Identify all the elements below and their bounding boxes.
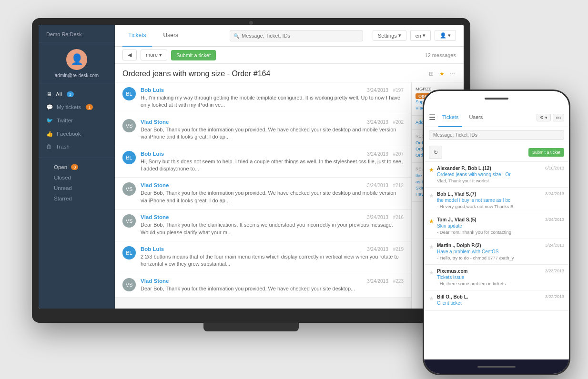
sidebar-item-facebook[interactable]: 👍 Facebook bbox=[39, 127, 115, 140]
message-avatar: BL bbox=[122, 151, 136, 164]
filter-closed[interactable]: Closed bbox=[46, 172, 107, 183]
phone-list-item[interactable]: ★ Bill O., Bob L. Client ticket 3/22/201… bbox=[424, 290, 569, 311]
sidebar: Demo Re:Desk 👤 admin@re-desk.com 🖥 All 3 bbox=[39, 25, 115, 309]
phone-ticket-body: Pixemus.com Tickets issue - Hi, there so… bbox=[437, 269, 542, 286]
phone-screen: ☰ Tickets Users ⚙ ▾ en ↻ Submit a ticket bbox=[424, 91, 569, 374]
phone-star-icon[interactable]: ★ bbox=[429, 295, 434, 302]
phone-lang-button[interactable]: en bbox=[553, 114, 564, 121]
phone-star-icon[interactable]: ★ bbox=[429, 218, 434, 225]
phone-submit-button[interactable]: Submit a ticket bbox=[528, 148, 564, 157]
message-meta: 3/24/2013 #223 bbox=[367, 279, 404, 284]
message-header: Vlad Stone 3/24/2013 #212 bbox=[141, 182, 404, 188]
message-avatar: VS bbox=[122, 119, 136, 132]
phone-list-item[interactable]: ★ Bob L., Vlad S.(7) the model i buy is … bbox=[424, 188, 569, 213]
phone-ticket-preview: - Hello, try to do - chmod 0777 /path_y bbox=[437, 255, 542, 260]
filter-starred[interactable]: Starred bbox=[46, 193, 107, 204]
twitter-icon: 🐦 bbox=[46, 117, 53, 124]
message-author: Bob Luis bbox=[141, 151, 164, 157]
phone-ticket-subject: Client ticket bbox=[437, 300, 542, 306]
phone-menu-icon[interactable]: ☰ bbox=[429, 113, 436, 122]
message-meta: 3/24/2013 #219 bbox=[367, 247, 404, 252]
phone-star-icon[interactable]: ★ bbox=[429, 244, 434, 250]
user-button[interactable]: 👤 ▾ bbox=[435, 30, 456, 41]
chevron-icon: ▾ bbox=[423, 32, 426, 39]
ticket-star-icon[interactable]: ★ bbox=[438, 70, 446, 78]
phone-list-item[interactable]: ★ Martin ., Dolph P.(2) Have a problem w… bbox=[424, 239, 569, 265]
phone-list-item[interactable]: ★ Tom J., Vlad S.(5) Skin update - Dear … bbox=[424, 213, 569, 239]
facebook-icon: 👍 bbox=[46, 130, 53, 137]
laptop-camera bbox=[249, 21, 253, 25]
messages-count: 12 messages bbox=[425, 52, 456, 58]
phone-ticket-date: 3/22/2013 bbox=[545, 294, 564, 299]
phone-ticket-from: Alexander P., Bob L.(12) bbox=[437, 166, 542, 171]
message-date: 3/24/2013 bbox=[367, 183, 388, 188]
phone-star-icon[interactable]: ★ bbox=[429, 269, 434, 276]
lang-button[interactable]: en ▾ bbox=[410, 30, 431, 41]
phone-gear-button[interactable]: ⚙ ▾ bbox=[537, 114, 551, 121]
phone-tab-tickets[interactable]: Tickets bbox=[438, 108, 462, 127]
message-meta: 3/24/2013 #197 bbox=[367, 88, 404, 93]
message-item: VS Vlad Stone 3/24/2013 #223 Dear Bob, T… bbox=[115, 273, 411, 298]
phone-ticket-from: Bill O., Bob L. bbox=[437, 294, 542, 299]
phone-controls: ⚙ ▾ en bbox=[537, 114, 564, 121]
message-id: #197 bbox=[393, 88, 404, 93]
settings-button[interactable]: Settings ▾ bbox=[373, 30, 406, 41]
message-body: Bob Luis 3/24/2013 #207 Hi, Sorry but th… bbox=[141, 151, 404, 173]
back-button[interactable]: ◀ bbox=[122, 50, 137, 60]
message-item: BL Bob Luis 3/24/2013 #219 2 2/3 buttons… bbox=[115, 241, 411, 273]
message-author: Vlad Stone bbox=[141, 214, 169, 220]
phone-speaker bbox=[485, 98, 508, 100]
message-header: Bob Luis 3/24/2013 #207 bbox=[141, 151, 404, 157]
message-avatar: VS bbox=[122, 278, 136, 291]
message-author: Bob Luis bbox=[141, 87, 164, 93]
tab-tickets[interactable]: Tickets bbox=[122, 25, 152, 47]
ticket-toolbar: ◀ more ▾ Submit a ticket 12 messages bbox=[115, 47, 464, 64]
message-meta: 3/24/2013 #202 bbox=[367, 120, 404, 125]
phone-star-icon[interactable]: ★ bbox=[429, 167, 434, 173]
phone-search-input[interactable] bbox=[429, 130, 564, 140]
chat-icon: 💬 bbox=[46, 104, 53, 110]
message-date: 3/24/2013 bbox=[367, 279, 388, 284]
message-text: Dear Bob, Thank you for the information … bbox=[141, 285, 404, 292]
phone-list-item[interactable]: ★ Alexander P., Bob L.(12) Ordered jeans… bbox=[424, 162, 569, 188]
phone-ticket-from: Bob L., Vlad S.(7) bbox=[437, 191, 542, 197]
search-input[interactable] bbox=[230, 30, 363, 41]
phone-ticket-from: Martin ., Dolph P.(2) bbox=[437, 243, 542, 248]
phone-ticket-date: 3/23/2013 bbox=[545, 269, 564, 273]
phone-home-indicator bbox=[477, 366, 516, 368]
messages-list: BL Bob Luis 3/24/2013 #197 Hi, I'm makin… bbox=[115, 82, 411, 309]
phone-list-item[interactable]: ★ Pixemus.com Tickets issue - Hi, there … bbox=[424, 265, 569, 290]
trash-icon: 🗑 bbox=[46, 144, 52, 150]
message-date: 3/24/2013 bbox=[367, 88, 388, 93]
phone-ticket-body: Martin ., Dolph P.(2) Have a problem wit… bbox=[437, 243, 542, 260]
chevron-icon: ▾ bbox=[398, 32, 401, 39]
submit-ticket-button[interactable]: Submit a ticket bbox=[171, 50, 216, 60]
phone-ticket-body: Bob L., Vlad S.(7) the model i buy is no… bbox=[437, 191, 542, 209]
sidebar-item-twitter[interactable]: 🐦 Twitter bbox=[39, 114, 115, 127]
phone-bottom-bar bbox=[424, 359, 569, 374]
message-item: VS Vlad Stone 3/24/2013 #212 Dear Bob, T… bbox=[115, 178, 411, 209]
message-date: 3/24/2013 bbox=[367, 120, 388, 125]
phone-star-icon[interactable]: ★ bbox=[429, 192, 434, 199]
ticket-expand-icon[interactable]: ⊞ bbox=[427, 70, 435, 78]
sidebar-item-all[interactable]: 🖥 All 3 bbox=[39, 88, 115, 100]
message-header: Bob Luis 3/24/2013 #219 bbox=[141, 246, 404, 252]
message-text: 2 2/3 buttons means that of the four mai… bbox=[141, 253, 404, 268]
message-author: Bob Luis bbox=[141, 246, 164, 252]
message-author: Vlad Stone bbox=[141, 119, 169, 125]
tab-users[interactable]: Users bbox=[158, 25, 184, 47]
phone-ticket-from: Tom J., Vlad S.(5) bbox=[437, 217, 542, 222]
phone-ticket-body: Tom J., Vlad S.(5) Skin update - Dear To… bbox=[437, 217, 542, 235]
laptop-screen: Demo Re:Desk 👤 admin@re-desk.com 🖥 All 3 bbox=[39, 25, 464, 309]
phone-tab-users[interactable]: Users bbox=[465, 108, 487, 127]
phone-refresh-button[interactable]: ↻ bbox=[429, 146, 442, 159]
search-wrapper bbox=[230, 30, 363, 41]
ticket-menu-icon[interactable]: ⋯ bbox=[448, 70, 456, 78]
message-header: Vlad Stone 3/24/2013 #202 bbox=[141, 119, 404, 125]
sidebar-item-trash[interactable]: 🗑 Trash bbox=[39, 140, 115, 153]
filter-unread[interactable]: Unread bbox=[46, 183, 107, 193]
more-button[interactable]: more ▾ bbox=[141, 50, 167, 60]
filter-open[interactable]: Open 8 bbox=[46, 162, 107, 172]
sidebar-item-my-tickets[interactable]: 💬 My tickets 1 bbox=[39, 100, 115, 114]
message-body: Vlad Stone 3/24/2013 #223 Dear Bob, Than… bbox=[141, 278, 404, 292]
